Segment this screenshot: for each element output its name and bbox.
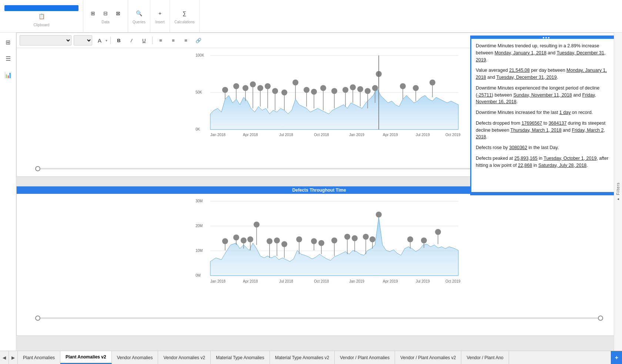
tab-nav-right[interactable]: ▶ — [9, 351, 18, 364]
insert-label: Insert — [156, 20, 165, 24]
tab-plant-anomalies-v2[interactable]: Plant Anomalies v2 — [60, 351, 112, 364]
pin-b19[interactable] — [421, 237, 427, 243]
pin-20[interactable] — [400, 83, 406, 89]
tab-vendor-anomalies-v2[interactable]: Vendor Anomalies v2 — [158, 351, 211, 364]
align-center-btn[interactable]: ≡ — [168, 35, 178, 46]
pin-11[interactable] — [311, 89, 317, 95]
main-toolbar: 📋 Clipboard ⊞ ⊟ ⊠ Data 🔍 Queries + Inser… — [0, 0, 622, 33]
tab-material-type-anomalies-v2[interactable]: Material Type Anomalies v2 — [270, 351, 335, 364]
slider-track-bottom[interactable] — [35, 317, 603, 319]
pin-b20[interactable] — [435, 229, 441, 235]
tab-plant-anomalies[interactable]: Plant Anomalies — [18, 351, 60, 364]
divider-2 — [152, 37, 153, 44]
tab-add-button[interactable]: + — [611, 351, 622, 364]
dot-1 — [543, 37, 544, 38]
pin-18[interactable] — [372, 85, 378, 91]
data-icon-2[interactable]: ⊟ — [100, 8, 111, 18]
link-btn[interactable]: 🔗 — [193, 35, 204, 46]
font-color-btn[interactable]: A — [94, 35, 105, 46]
slider-handle-left-top[interactable] — [35, 166, 40, 171]
pin-b4[interactable] — [247, 236, 253, 242]
pin-b9[interactable] — [296, 236, 302, 242]
tab-nav-left[interactable]: ◀ — [0, 351, 9, 364]
pin-b1[interactable] — [222, 238, 228, 244]
y-label-100k: 100K — [195, 53, 204, 57]
underline-btn[interactable]: U — [139, 35, 149, 46]
pin-5[interactable] — [257, 85, 263, 91]
pin-b6[interactable] — [267, 238, 272, 244]
pin-b13[interactable] — [344, 234, 350, 240]
pin-b11[interactable] — [318, 240, 324, 246]
queries-icon[interactable]: 🔍 — [134, 8, 144, 18]
pin-22[interactable] — [429, 80, 435, 85]
left-sidebar: ⊞ ☰ 📊 — [0, 33, 16, 351]
tab-vendor-plant-ano[interactable]: Vendor / Plant Ano — [461, 351, 509, 364]
slider-handle-left-bottom[interactable] — [35, 316, 40, 321]
insight-p1: Downtime Minutes trended up, resulting i… — [476, 43, 616, 63]
pin-3[interactable] — [243, 85, 248, 91]
pin-b7[interactable] — [274, 237, 280, 243]
tab-vendor-plant-anomalies[interactable]: Vendor / Plant Anomalies — [335, 351, 395, 364]
canvas-area: A ▾ B / U ≡ ≡ ≡ 🔗 + + Value ≡ ≡ Review — [16, 33, 622, 351]
pin-b17[interactable] — [376, 212, 382, 218]
calc-icon[interactable]: ∑ — [179, 8, 190, 18]
pin-13[interactable] — [331, 88, 337, 94]
y-label-20m: 20M — [195, 224, 203, 228]
bold-btn[interactable]: B — [114, 35, 124, 46]
pin-8[interactable] — [281, 90, 287, 95]
x-label-oct19: Oct 2019 — [445, 133, 461, 137]
pin-b18[interactable] — [407, 236, 413, 242]
pin-12[interactable] — [320, 85, 326, 91]
clipboard-icon[interactable]: 📋 — [36, 11, 47, 21]
sidebar-icon-grid[interactable]: ⊞ — [1, 36, 15, 49]
pin-2[interactable] — [233, 83, 239, 89]
filters-toggle[interactable]: Filters ◂ — [614, 33, 622, 351]
pin-b8[interactable] — [281, 241, 287, 247]
tab-vendor-plant-anomalies-v2[interactable]: Vendor / Plant Anomalies v2 — [395, 351, 461, 364]
bottom-chart-slider — [17, 316, 622, 320]
pin-b2[interactable] — [233, 235, 239, 240]
size-dropdown[interactable] — [74, 35, 92, 46]
bottom-chart-svg: 30M 20M 10M 0M — [35, 197, 619, 311]
slider-handle-right-bottom[interactable] — [598, 316, 603, 321]
pin-14[interactable] — [342, 87, 348, 93]
pin-10[interactable] — [304, 87, 310, 93]
pin-6[interactable] — [265, 83, 271, 89]
data-icon-1[interactable]: ⊞ — [88, 8, 98, 18]
color-indicator: ▾ — [106, 38, 107, 43]
pin-b15[interactable] — [363, 234, 369, 240]
pin-1[interactable] — [222, 87, 228, 93]
calc-label: Calculations — [174, 20, 194, 24]
pin-b3[interactable] — [241, 237, 247, 243]
pin-4[interactable] — [250, 81, 256, 87]
pin-21[interactable] — [413, 85, 419, 91]
align-left-btn[interactable]: ≡ — [156, 35, 166, 46]
pin-15[interactable] — [350, 84, 356, 90]
x-label-jul19: Jul 2019 — [416, 133, 430, 137]
pin-b12[interactable] — [331, 237, 337, 243]
insert-icon[interactable]: + — [155, 8, 165, 18]
y-label-0m: 0M — [195, 273, 201, 277]
pin-b10[interactable] — [311, 238, 317, 244]
align-right-btn[interactable]: ≡ — [181, 35, 191, 46]
pin-16[interactable] — [357, 86, 363, 92]
tab-material-type-anomalies[interactable]: Material Type Anomalies — [211, 351, 270, 364]
pin-17[interactable] — [365, 88, 371, 94]
tab-vendor-anomalies[interactable]: Vendor Anomalies — [112, 351, 158, 364]
pin-7[interactable] — [272, 88, 278, 94]
x-label-b-jan18: Jan 2018 — [210, 279, 226, 283]
data-icon-3[interactable]: ⊠ — [113, 8, 123, 18]
sidebar-icon-table[interactable]: ☰ — [1, 52, 15, 65]
tab-spacer — [509, 351, 611, 364]
italic-btn[interactable]: / — [126, 35, 137, 46]
sidebar-icon-report[interactable]: 📊 — [1, 68, 15, 81]
insight-content[interactable]: Downtime Minutes trended up, resulting i… — [471, 39, 621, 192]
insight-p3: Downtime Minutes experienced the longest… — [476, 85, 616, 105]
pin-b5[interactable] — [254, 222, 260, 228]
x-label-jul18: Jul 2018 — [279, 133, 293, 137]
x-label-b-jul18: Jul 2018 — [279, 279, 293, 283]
pin-b14[interactable] — [352, 235, 358, 241]
font-dropdown[interactable] — [20, 35, 71, 46]
pin-b16[interactable] — [369, 236, 375, 242]
pin-9[interactable] — [292, 80, 298, 85]
